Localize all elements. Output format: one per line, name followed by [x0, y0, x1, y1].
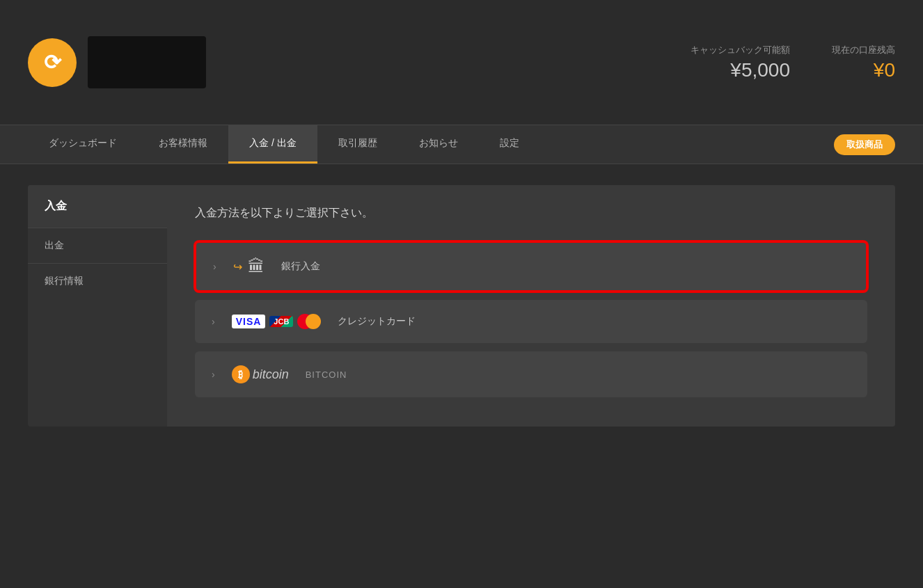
content-area: 入金方法を以下よりご選択下さい。 › ↪ 🏛 銀行入金 › VISA JCB ク…: [167, 185, 895, 427]
nav-item-profile[interactable]: お客様情報: [138, 125, 228, 164]
bank-deposit-label: 銀行入金: [281, 260, 320, 273]
products-button[interactable]: 取扱商品: [834, 134, 895, 155]
header: ⟳ キャッシュバック可能額 ¥5,000 現在の口座残高 ¥0: [0, 0, 923, 125]
balance-stat: 現在の口座残高 ¥0: [832, 44, 895, 81]
chevron-icon-bitcoin: ›: [212, 369, 215, 380]
balance-label: 現在の口座残高: [832, 44, 895, 56]
bank-icon: 🏛: [248, 257, 265, 276]
bank-icon-area: ↪ 🏛: [233, 257, 265, 276]
jcb-icon: JCB: [269, 316, 293, 327]
nav-right: 取扱商品: [834, 134, 895, 155]
arrow-icon: ↪: [233, 260, 242, 273]
sidebar-item-bank-info[interactable]: 銀行情報: [28, 263, 167, 299]
sidebar-header: 入金: [28, 185, 167, 228]
chevron-icon: ›: [213, 261, 216, 272]
credit-label: クレジットカード: [338, 315, 416, 328]
nav-items: ダッシュボード お客様情報 入金 / 出金 取引履歴 お知らせ 設定: [28, 125, 540, 164]
header-stats: キャッシュバック可能額 ¥5,000 現在の口座残高 ¥0: [691, 44, 895, 81]
logo-area: ⟳: [28, 36, 206, 88]
payment-option-bitcoin[interactable]: › ₿ bitcoin BITCOIN: [195, 351, 867, 397]
bitcoin-circle-icon: ₿: [232, 365, 250, 383]
cashback-stat: キャッシュバック可能額 ¥5,000: [691, 44, 790, 81]
logo-icon: ⟳: [28, 38, 77, 87]
bitcoin-logo: ₿ bitcoin: [232, 365, 289, 383]
cashback-value: ¥5,000: [691, 59, 790, 81]
bitcoin-label: BITCOIN: [306, 370, 347, 380]
visa-icon: VISA: [232, 315, 266, 328]
mastercard-icon: [297, 314, 321, 329]
sidebar: 入金 出金 銀行情報: [28, 185, 167, 427]
payment-option-credit[interactable]: › VISA JCB クレジットカード: [195, 300, 867, 343]
nav: ダッシュボード お客様情報 入金 / 出金 取引履歴 お知らせ 設定 取扱商品: [0, 125, 923, 164]
balance-value: ¥0: [832, 59, 895, 81]
nav-item-history[interactable]: 取引履歴: [317, 125, 398, 164]
credit-icon-area: VISA JCB: [232, 314, 322, 329]
chevron-icon-credit: ›: [212, 316, 215, 327]
main-content: 入金 出金 銀行情報 入金方法を以下よりご選択下さい。 › ↪ 🏛 銀行入金 ›…: [0, 164, 923, 447]
sidebar-item-withdraw[interactable]: 出金: [28, 228, 167, 263]
nav-item-deposit[interactable]: 入金 / 出金: [228, 125, 317, 164]
nav-item-dashboard[interactable]: ダッシュボード: [28, 125, 138, 164]
payment-option-bank[interactable]: › ↪ 🏛 銀行入金: [195, 241, 867, 292]
cashback-label: キャッシュバック可能額: [691, 44, 790, 56]
logo-banner: [88, 36, 206, 88]
bitcoin-text-icon: bitcoin: [253, 367, 289, 382]
nav-item-settings[interactable]: 設定: [479, 125, 540, 164]
nav-item-news[interactable]: お知らせ: [398, 125, 479, 164]
content-title: 入金方法を以下よりご選択下さい。: [195, 206, 867, 221]
